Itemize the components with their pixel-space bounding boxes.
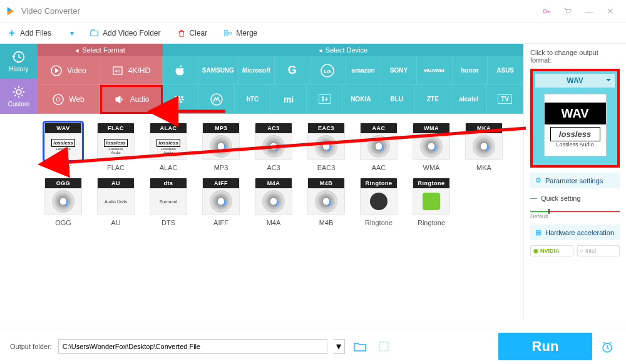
svg-point-16 [175,96,177,98]
cat-video[interactable]: Video [38,56,100,85]
format-tile-ogg[interactable]: OGGOGG [43,178,84,226]
tile-body: Surround [150,188,187,215]
add-folder-label: Add Video Folder [103,29,161,38]
rail-custom[interactable]: Custom [0,79,38,114]
svg-point-14 [53,94,63,104]
format-tile-alac[interactable]: ALAClosslessLosslessAudioALAC [148,123,189,171]
brand-xiaomi[interactable]: mi [271,85,307,114]
brand-blu[interactable]: BLU [379,85,416,114]
format-tile-dts[interactable]: dtsSurroundDTS [148,178,189,226]
format-tile-m4a[interactable]: M4AM4A [253,178,294,226]
tile-head: FLAC [98,123,134,133]
tile-head: MKA [466,123,502,133]
cat-audio[interactable]: Audio [100,85,163,114]
apple-icon [174,64,187,77]
queue-button[interactable] [375,339,393,354]
output-folder-dropdown[interactable]: ▾ [334,339,345,354]
format-tile-mp3[interactable]: MP3MP3 [200,123,242,171]
brand-sony[interactable]: SONY [381,56,417,85]
left-rail: History Custom [0,44,38,319]
brand-asus[interactable]: ASUS [488,56,523,85]
tile-head: AAC [361,123,397,133]
format-tile-m4b[interactable]: M4BM4B [305,178,347,226]
tile-label: M4B [319,219,334,226]
tile-head: EAC3 [308,123,344,133]
tile-label: MKA [476,164,491,171]
svg-rect-25 [379,342,388,351]
category-header-row: ◂ Select Format ◂ Select Device [38,44,523,56]
brand-amazon[interactable]: amazon [346,56,381,85]
brand-apple[interactable] [163,56,198,85]
clear-button[interactable]: Clear [177,29,208,38]
parameter-settings-button[interactable]: ⚙ Parameter settings [530,173,620,188]
tile-body [308,133,344,159]
brand-htc[interactable]: hTC [235,85,271,114]
app-logo-icon [5,6,16,17]
format-tile-ac3[interactable]: AC3AC3 [253,123,294,171]
brand-tv[interactable]: TV [487,85,523,114]
tile-head: ALAC [150,123,187,133]
brand-alcatel[interactable]: alcatel [451,85,488,114]
brand-blackberry[interactable] [163,85,199,114]
titlebar: Video Converter — ✕ [0,0,626,23]
brand-moto[interactable] [199,85,235,114]
minimize-button[interactable]: — [578,3,600,20]
format-tile-au[interactable]: AUAudio UnitsAU [95,178,136,226]
tile-head: Ringtone [361,178,397,188]
schedule-button[interactable] [598,338,616,355]
rail-custom-label: Custom [8,101,29,108]
tile-head: M4A [255,178,292,188]
brand-honor[interactable]: honor [453,56,488,85]
brand-nokia[interactable]: NOKIA [343,85,379,114]
dropdown-icon[interactable]: ▾ [70,29,74,38]
format-tile-aac[interactable]: AACAAC [358,123,399,171]
format-tile-wma[interactable]: WMAWMA [411,123,452,171]
intel-chip[interactable]: ○Intel [577,245,620,256]
tile-body [361,188,397,215]
4k-icon: 4K [112,65,123,76]
format-tile-aiff[interactable]: AIFFAIFF [200,178,242,226]
merge-button[interactable]: Merge [223,29,257,38]
format-tile-ringtone[interactable]: RingtoneRingtone [411,178,452,226]
key-icon[interactable] [536,3,557,20]
cat-web[interactable]: Web [38,85,100,114]
brand-huawei[interactable]: HUAWEI [417,56,453,85]
format-tile-mka[interactable]: MKAMKA [463,123,505,171]
output-folder-input[interactable] [58,339,327,354]
tile-head: Ringtone [413,178,449,188]
brand-samsung[interactable]: SAMSUNG [198,56,239,85]
tile-body: Audio Units [98,188,134,215]
tile-body: losslessLosslessAudio [98,133,134,159]
brand-microsoft[interactable]: Microsoft [239,56,275,85]
svg-point-19 [175,98,178,100]
tile-body [361,133,397,159]
tile-label: Ringtone [418,219,445,226]
hardware-accel-button[interactable]: ▦ Hardware acceleration [530,225,620,240]
quick-slider[interactable]: Default [530,208,620,220]
brand-oneplus[interactable]: 1+ [307,85,343,114]
brand-google[interactable]: G [275,56,310,85]
svg-point-20 [178,98,181,100]
output-preview[interactable]: WAV WAV lossless Lossless Audio [530,69,620,168]
tile-label: AC3 [267,164,280,171]
format-tile-flac[interactable]: FLAClosslessLosslessAudioFLAC [95,123,136,171]
output-format-tab[interactable]: WAV [535,74,615,88]
add-folder-button[interactable]: Add Video Folder [90,29,161,38]
format-tile-ringtone[interactable]: RingtoneRingtone [358,178,399,226]
brand-zte[interactable]: ZTE [415,85,451,114]
close-button[interactable]: ✕ [600,3,621,20]
run-button[interactable]: Run [498,333,592,360]
cat-4k[interactable]: 4K 4K/HD [100,56,163,85]
format-tile-wav[interactable]: WAVlosslessLosslessAudioWAV [43,123,84,171]
brand-lg[interactable]: LG [310,56,346,85]
nvidia-chip[interactable]: ◉NVIDIA [530,245,573,256]
tile-body [413,133,449,159]
cart-icon[interactable] [557,3,578,20]
open-folder-button[interactable] [351,339,369,354]
rail-history[interactable]: History [0,44,38,79]
output-hint: Click to change output format: [530,49,620,64]
merge-icon [223,29,232,38]
format-grid: WAVlosslessLosslessAudioWAVFLAClosslessL… [43,123,518,226]
add-files-button[interactable]: + Add Files ▾ [8,29,74,38]
format-tile-eac3[interactable]: EAC3EAC3 [305,123,347,171]
